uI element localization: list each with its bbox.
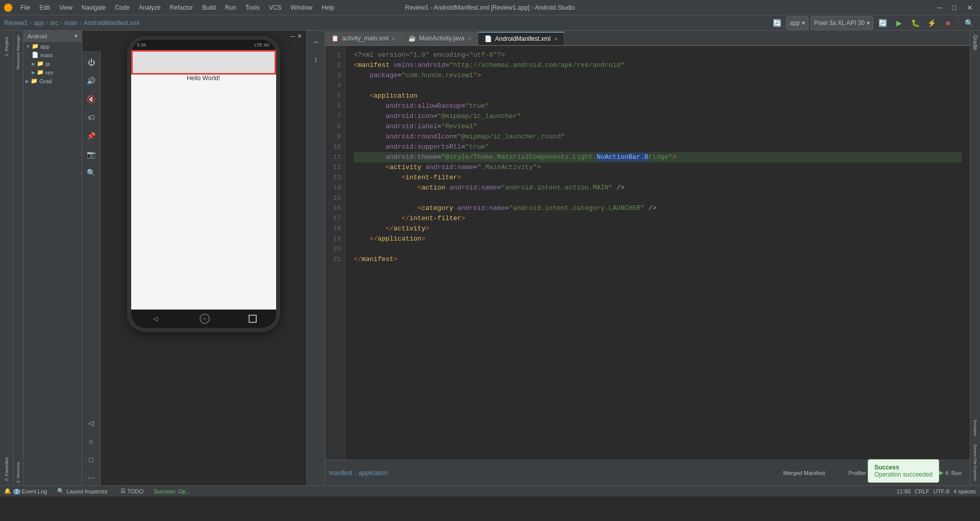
minimize-panel-btn[interactable]: ─ <box>290 33 295 40</box>
code-line-2: <manifest xmlns:android="http://schemas.… <box>354 60 962 70</box>
close-tab-btn[interactable]: ✕ <box>391 36 396 41</box>
project-panel: Android ▾ ▼ 📁 app 📄 mani ▶ 📁 ja ▶ 📁 res … <box>23 31 82 485</box>
menu-run[interactable]: Run <box>221 3 240 12</box>
tab-icon: 📋 <box>331 35 339 42</box>
code-line-18: </activity> <box>354 224 962 234</box>
close-button[interactable]: ✕ <box>964 4 976 12</box>
code-line-11: android:theme="@style/Theme.MaterialComp… <box>354 152 962 162</box>
android-label: Android <box>28 33 47 39</box>
menu-help[interactable]: Help <box>317 3 338 12</box>
line-num: 14 <box>329 183 341 193</box>
stop-button[interactable]: ■ <box>941 16 955 30</box>
emulator-tab[interactable]: Emulator <box>972 416 978 440</box>
editor-side-btn-1[interactable]: ↔ <box>309 35 323 49</box>
emulator-dropdown[interactable]: Pixel 3a XL API 30 ▾ <box>811 16 873 30</box>
circle-btn[interactable]: ○ <box>84 434 99 448</box>
line-num: 7 <box>329 111 341 122</box>
menu-analyze[interactable]: Analyze <box>135 3 165 12</box>
minimize-button[interactable]: ─ <box>934 4 945 12</box>
tab-profiler[interactable]: Profiler <box>844 468 870 477</box>
editor-side-btn-2[interactable]: ↕ <box>309 52 323 66</box>
menu-tools[interactable]: Tools <box>241 3 264 12</box>
breadcrumb-src[interactable]: src <box>50 19 58 27</box>
breadcrumb-manifest[interactable]: AndroidManifest.xml <box>84 19 139 27</box>
breadcrumb-review1[interactable]: Review1 <box>4 19 28 27</box>
nav-back-btn[interactable]: ◁ <box>151 314 161 324</box>
code-editor: 📋 activity_main.xml ✕ ☕ MainActivity.jav… <box>325 31 970 485</box>
zoom-in-btn[interactable]: 🔍 <box>84 165 99 180</box>
tree-item-gradle[interactable]: ▶ 📁 Grad <box>23 77 82 85</box>
tab-activity-main[interactable]: 📋 activity_main.xml ✕ <box>325 32 402 45</box>
nav-recent-btn[interactable] <box>249 315 257 323</box>
line-num: 5 <box>329 91 341 101</box>
device-dropdown[interactable]: app ▾ <box>786 16 808 30</box>
sync-button[interactable]: 🔄 <box>875 16 890 30</box>
tree-item-mani[interactable]: 📄 mani <box>23 51 82 59</box>
maximize-button[interactable]: □ <box>949 4 960 12</box>
tab-run[interactable]: ▶ 4: Run <box>935 468 966 477</box>
tab-merged-manifest[interactable]: Merged Manifest <box>779 468 829 477</box>
layout-inspector-label[interactable]: Layout Inspector <box>66 488 108 494</box>
resource-manager-tab[interactable]: Resource Manager <box>15 33 21 72</box>
back-button[interactable]: 🔄 <box>770 16 784 30</box>
menu-refactor[interactable]: Refactor <box>166 3 197 12</box>
expand-arrow: ▶ <box>32 61 35 66</box>
code-textarea[interactable]: <?xml version="1.0" encoding="utf-8"?> <… <box>346 46 970 460</box>
toolbar-sep <box>958 18 959 28</box>
tree-item-java[interactable]: ▶ 📁 ja <box>23 59 82 68</box>
sidebar-item-favorites[interactable]: 2: Favorites <box>3 453 10 485</box>
status-left: 🔔 1 Event Log 🔍 Layout Inspector <box>4 488 108 494</box>
close-tab-btn[interactable]: ✕ <box>554 36 558 42</box>
breadcrumb-app[interactable]: app <box>34 19 44 27</box>
camera-btn[interactable]: 📷 <box>84 147 99 161</box>
volume-btn[interactable]: 🔊 <box>84 74 99 88</box>
line-num: 3 <box>329 70 341 81</box>
tag-btn[interactable]: 🏷 <box>84 110 99 125</box>
run-button[interactable]: ▶ <box>892 16 906 30</box>
android-studio-logo <box>4 4 12 12</box>
tab-androidmanifest[interactable]: 📄 AndroidManifest.xml ✕ <box>478 32 565 45</box>
breadcrumb-manifest: manifest <box>329 469 352 477</box>
code-line-17: </intent-filter> <box>354 214 962 224</box>
menu-code[interactable]: Code <box>111 3 134 12</box>
profile-button[interactable]: ⚡ <box>924 16 939 30</box>
event-log-label: 1 Event Log <box>13 488 47 494</box>
square-btn[interactable]: □ <box>84 453 99 467</box>
tree-item-res[interactable]: ▶ 📁 res <box>23 68 82 77</box>
menu-vcs[interactable]: VCS <box>265 3 286 12</box>
mute-btn[interactable]: 🔇 <box>84 92 99 106</box>
structure-tab[interactable]: Z: Structure <box>15 460 21 485</box>
gradle-tab[interactable]: Gradle <box>971 31 979 54</box>
layout-inspector-icon: 🔍 <box>57 488 64 494</box>
tree-item-app[interactable]: ▼ 📁 app <box>23 42 82 51</box>
sidebar-item-project[interactable]: 1: Project <box>3 33 10 60</box>
event-log-icon: 🔔 <box>4 488 11 494</box>
menu-build[interactable]: Build <box>198 3 220 12</box>
debug-button[interactable]: 🐛 <box>908 16 922 30</box>
power-btn[interactable]: ⏻ <box>84 55 99 69</box>
editor-side-toolbar: ↔ ↕ <box>307 31 325 485</box>
search-button[interactable]: 🔍 <box>962 16 976 30</box>
menu-navigate[interactable]: Navigate <box>78 3 110 12</box>
line-num: 1 <box>329 50 341 60</box>
line-sep: CRLF <box>915 488 929 494</box>
back-arrow-btn[interactable]: ◁ <box>84 416 99 430</box>
menu-file[interactable]: File <box>16 3 34 12</box>
folder-icon: 📁 <box>31 78 38 84</box>
menu-view[interactable]: View <box>55 3 77 12</box>
breadcrumb-main[interactable]: main <box>64 19 78 27</box>
code-line-1: <?xml version="1.0" encoding="utf-8"?> <box>354 50 962 60</box>
device-file-explorer-tab[interactable]: Device File Explorer <box>972 440 978 485</box>
menu-window[interactable]: Window <box>286 3 316 12</box>
pin-btn[interactable]: 📌 <box>84 129 99 143</box>
window-controls[interactable]: ─ □ ✕ <box>934 4 976 12</box>
more-btn[interactable]: ⋯ <box>84 471 99 485</box>
close-tab-btn[interactable]: ✕ <box>468 36 472 41</box>
nav-home-btn[interactable]: ○ <box>200 314 210 324</box>
device-status-bar: 5:35 LTE 4G <box>131 40 276 50</box>
tab-mainactivity[interactable]: ☕ MainActivity.java ✕ <box>402 32 478 45</box>
status-bar: 🔔 1 Event Log 🔍 Layout Inspector ☰ TODO … <box>0 485 980 496</box>
close-panel-btn[interactable]: ✕ <box>297 33 302 40</box>
code-content-area[interactable]: 1 2 3 4 5 6 7 8 9 10 11 12 13 14 15 16 1… <box>325 46 970 460</box>
menu-edit[interactable]: Edit <box>35 3 54 12</box>
